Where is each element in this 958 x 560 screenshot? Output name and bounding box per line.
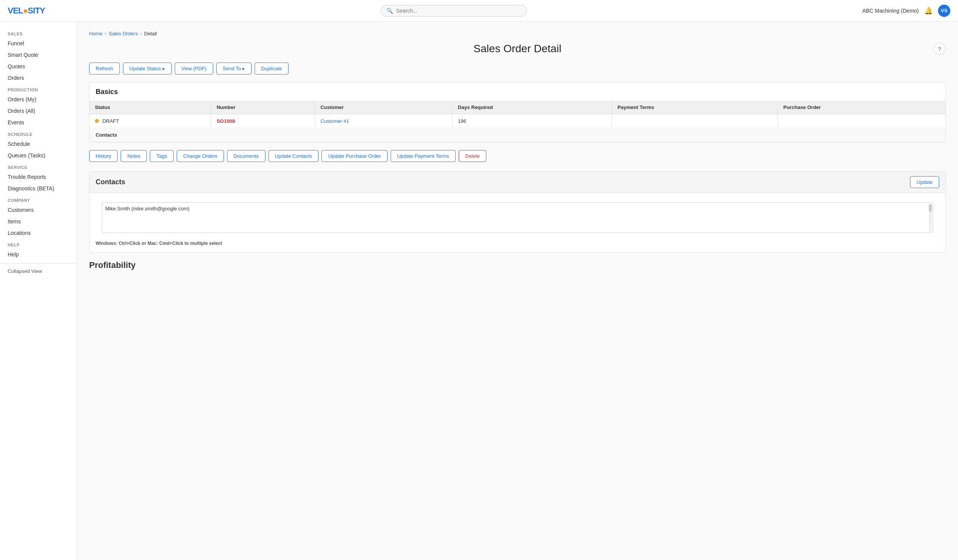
- order-number-link[interactable]: SO1008: [217, 118, 235, 124]
- contacts-panel-header: Contacts Update: [90, 172, 945, 193]
- col-status: Status: [90, 101, 211, 114]
- tags-button[interactable]: Tags: [150, 150, 173, 162]
- help-button[interactable]: ?: [933, 43, 946, 55]
- bottom-action-buttons: History Notes Tags Change Orders Documen…: [89, 150, 946, 162]
- contacts-panel: Contacts Update Mike Smith (mike.smith@g…: [89, 171, 946, 253]
- col-days-required: Days Required: [452, 101, 612, 114]
- sidebar-item-quotes[interactable]: Quotes: [0, 61, 76, 72]
- delete-button[interactable]: Delete: [459, 150, 486, 162]
- sidebar-section-schedule: SCHEDULE: [0, 128, 76, 138]
- contacts-hint: Windows: Ctrl+Click or Mac: Cmd+Click to…: [90, 238, 945, 252]
- update-status-button[interactable]: Update Status ▸: [123, 63, 172, 74]
- table-row: DRAFT SO1008 Customer #1 196: [90, 114, 945, 128]
- sidebar-section-sales: SALES: [0, 28, 76, 38]
- breadcrumb-sales-orders[interactable]: Sales Orders: [109, 31, 138, 36]
- hint-ctrl: Ctrl: [119, 241, 127, 246]
- logo: VEL●SITY: [8, 6, 45, 16]
- contacts-update-button[interactable]: Update: [910, 176, 939, 188]
- sidebar-section-company: COMPANY: [0, 194, 76, 204]
- contacts-scrollbar: [929, 203, 932, 232]
- update-contacts-button[interactable]: Update Contacts: [269, 150, 319, 162]
- page-title-wrap: Sales Order Detail ?: [89, 43, 946, 55]
- hint-cmd: Cmd+Click: [159, 241, 183, 246]
- basics-title: Basics: [96, 88, 939, 96]
- logo-text: VEL●SITY: [8, 6, 45, 16]
- header-right: ABC Machining (Demo) 🔔 VS: [862, 5, 950, 17]
- sidebar: SALES Funnel Smart Quote Quotes Orders P…: [0, 21, 77, 560]
- cell-payment-terms: [612, 114, 778, 128]
- sidebar-item-help[interactable]: Help: [0, 249, 76, 260]
- cell-number: SO1008: [211, 114, 315, 128]
- hint-middle: +Click or Mac:: [127, 241, 159, 246]
- basics-table: Status Number Customer Days Required Pay…: [90, 101, 945, 142]
- sidebar-item-locations[interactable]: Locations: [0, 227, 76, 239]
- sidebar-item-funnel[interactable]: Funnel: [0, 38, 76, 49]
- avatar[interactable]: VS: [938, 5, 950, 17]
- contacts-label: Contacts: [90, 128, 945, 142]
- main-content: Home › Sales Orders › Detail Sales Order…: [77, 21, 958, 560]
- company-name: ABC Machining (Demo): [862, 8, 919, 14]
- cell-status: DRAFT: [90, 114, 211, 128]
- status-dot-icon: [95, 119, 99, 123]
- sidebar-item-orders-all[interactable]: Orders (All): [0, 105, 76, 117]
- sidebar-section-production: PRODUCTION: [0, 84, 76, 94]
- customer-link[interactable]: Customer #1: [320, 118, 349, 124]
- cell-customer: Customer #1: [315, 114, 452, 128]
- breadcrumb-detail: Detail: [144, 31, 157, 36]
- collapsed-view[interactable]: Collapsed View: [0, 263, 76, 279]
- search-input[interactable]: [396, 8, 521, 14]
- sidebar-item-items[interactable]: Items: [0, 216, 76, 227]
- sidebar-item-smart-quote[interactable]: Smart Quote: [0, 49, 76, 61]
- sidebar-item-schedule[interactable]: Schedule: [0, 138, 76, 150]
- search-bar[interactable]: 🔍: [381, 5, 527, 17]
- contacts-panel-title: Contacts: [96, 178, 125, 186]
- profitability-title: Profitability: [89, 260, 946, 270]
- sidebar-section-help: HELP: [0, 239, 76, 249]
- sidebar-item-queues[interactable]: Queues (Tasks): [0, 150, 76, 161]
- sidebar-item-diagnostics[interactable]: Diagnostics (BETA): [0, 183, 76, 194]
- col-purchase-order: Purchase Order: [778, 101, 945, 114]
- col-number: Number: [211, 101, 315, 114]
- breadcrumb-sep-2: ›: [140, 31, 142, 36]
- search-icon: 🔍: [386, 8, 393, 14]
- toolbar-buttons: Refresh Update Status ▸ View (PDF) Send …: [89, 63, 946, 74]
- cell-purchase-order: [778, 114, 945, 128]
- main-layout: SALES Funnel Smart Quote Quotes Orders P…: [0, 21, 958, 560]
- basics-section: Basics Status Number Customer Days Requi…: [89, 82, 946, 142]
- duplicate-button[interactable]: Duplicate: [255, 63, 288, 74]
- page-title: Sales Order Detail: [89, 43, 946, 55]
- breadcrumb: Home › Sales Orders › Detail: [89, 31, 946, 36]
- notification-bell-icon[interactable]: 🔔: [924, 7, 933, 15]
- refresh-button[interactable]: Refresh: [89, 63, 120, 74]
- col-payment-terms: Payment Terms: [612, 101, 778, 114]
- change-orders-button[interactable]: Change Orders: [177, 150, 224, 162]
- sidebar-item-events[interactable]: Events: [0, 117, 76, 128]
- breadcrumb-home[interactable]: Home: [89, 31, 103, 36]
- contact-entry: Mike Smith (mike.smith@google.com): [105, 206, 189, 211]
- sidebar-item-orders-my[interactable]: Orders (My): [0, 94, 76, 105]
- hint-windows: Windows:: [96, 241, 119, 246]
- hint-end: to multiple select: [183, 241, 222, 246]
- view-pdf-button[interactable]: View (PDF): [175, 63, 213, 74]
- contacts-list[interactable]: Mike Smith (mike.smith@google.com): [102, 202, 933, 233]
- sidebar-item-customers[interactable]: Customers: [0, 204, 76, 216]
- sidebar-item-trouble-reports[interactable]: Trouble Reports: [0, 171, 76, 183]
- documents-button[interactable]: Documents: [227, 150, 265, 162]
- history-button[interactable]: History: [89, 150, 118, 162]
- contacts-scroll-thumb: [929, 204, 932, 212]
- sidebar-item-orders[interactable]: Orders: [0, 72, 76, 84]
- update-purchase-order-button[interactable]: Update Purchase Order: [322, 150, 387, 162]
- sidebar-section-service: SERVICE: [0, 161, 76, 171]
- status-value: DRAFT: [103, 118, 119, 124]
- top-header: VEL●SITY 🔍 ABC Machining (Demo) 🔔 VS: [0, 0, 958, 21]
- breadcrumb-sep-1: ›: [105, 31, 106, 36]
- contacts-row: Contacts: [90, 128, 945, 142]
- notes-button[interactable]: Notes: [121, 150, 147, 162]
- profitability-section: Profitability: [89, 260, 946, 270]
- logo-o: ●: [23, 6, 28, 15]
- update-payment-terms-button[interactable]: Update Payment Terms: [391, 150, 456, 162]
- col-customer: Customer: [315, 101, 452, 114]
- cell-days-required: 196: [452, 114, 612, 128]
- send-to-button[interactable]: Send To ▸: [216, 63, 252, 74]
